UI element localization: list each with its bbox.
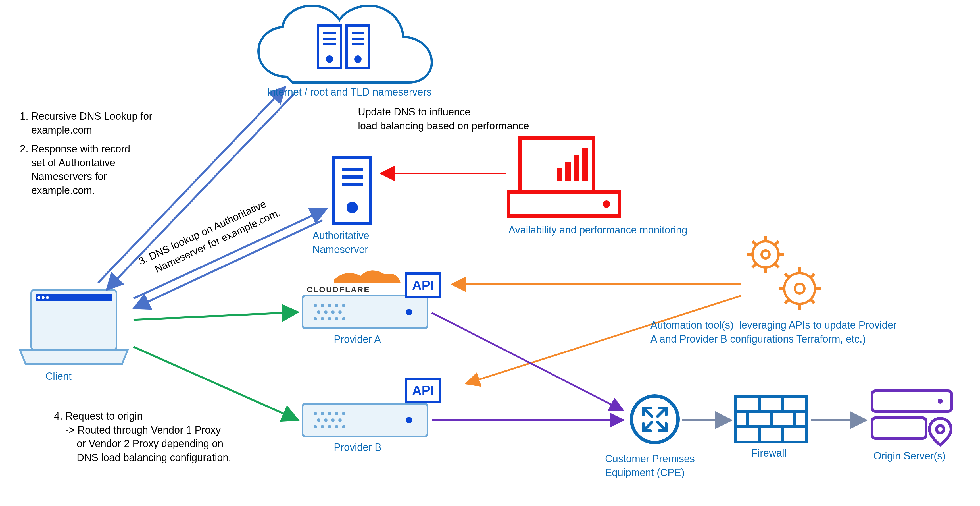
svg-point-33 bbox=[317, 310, 320, 314]
automation-label: Automation tool(s) leveraging APIs to up… bbox=[651, 318, 896, 346]
step1-text: 1. Recursive DNS Lookup for example.com bbox=[20, 109, 152, 137]
svg-rect-7 bbox=[352, 38, 364, 40]
svg-rect-25 bbox=[509, 192, 619, 216]
svg-rect-22 bbox=[565, 162, 571, 180]
svg-rect-24 bbox=[582, 148, 588, 180]
monitor-label: Availability and performance monitoring bbox=[509, 223, 687, 237]
svg-point-49 bbox=[317, 418, 320, 422]
firewall-label: Firewall bbox=[751, 446, 787, 460]
svg-line-107 bbox=[432, 313, 624, 411]
svg-rect-21 bbox=[557, 168, 562, 180]
svg-point-26 bbox=[603, 200, 610, 208]
svg-point-32 bbox=[342, 304, 345, 307]
svg-point-45 bbox=[321, 412, 324, 415]
provider-b-label: Provider B bbox=[334, 441, 382, 455]
svg-rect-2 bbox=[323, 38, 336, 40]
api-b-badge: API bbox=[405, 378, 441, 403]
svg-point-30 bbox=[328, 304, 331, 307]
cpe-label: Customer Premises Equipment (CPE) bbox=[605, 452, 695, 480]
svg-rect-96 bbox=[872, 418, 926, 438]
client-label: Client bbox=[45, 370, 72, 383]
step4-text: 4. Request to origin -> Routed through V… bbox=[54, 409, 231, 464]
client-icon bbox=[20, 290, 128, 364]
svg-point-52 bbox=[338, 418, 342, 422]
svg-point-35 bbox=[331, 310, 335, 314]
svg-point-41 bbox=[342, 317, 345, 320]
svg-line-65 bbox=[775, 241, 779, 245]
svg-rect-15 bbox=[334, 158, 371, 223]
svg-line-76 bbox=[785, 274, 789, 278]
svg-point-46 bbox=[328, 412, 331, 415]
svg-point-79 bbox=[632, 396, 678, 443]
svg-rect-16 bbox=[342, 168, 363, 171]
svg-point-53 bbox=[313, 425, 317, 428]
authns-label: Authoritative Nameserver bbox=[312, 229, 369, 256]
svg-point-9 bbox=[354, 56, 362, 63]
svg-point-47 bbox=[335, 412, 338, 415]
diagram-stage: { "nodes": { "cloud": {"label":"Internet… bbox=[0, 0, 980, 506]
svg-line-67 bbox=[775, 263, 779, 268]
gears-icon bbox=[747, 236, 821, 310]
svg-line-68 bbox=[752, 263, 756, 268]
svg-point-29 bbox=[321, 304, 324, 307]
svg-point-13 bbox=[42, 296, 45, 299]
svg-point-40 bbox=[335, 317, 338, 320]
svg-point-19 bbox=[347, 202, 358, 213]
svg-point-31 bbox=[335, 304, 338, 307]
svg-point-38 bbox=[321, 317, 324, 320]
cloudflare-badge: CLOUDFLARE bbox=[307, 284, 370, 295]
svg-line-102 bbox=[134, 312, 298, 320]
svg-point-44 bbox=[313, 412, 317, 415]
origin-icon bbox=[872, 391, 951, 445]
svg-point-57 bbox=[342, 425, 345, 428]
svg-point-97 bbox=[937, 426, 944, 433]
monitor-icon bbox=[509, 138, 619, 216]
cloud-icon bbox=[258, 6, 432, 83]
svg-point-70 bbox=[795, 284, 805, 294]
svg-point-48 bbox=[342, 412, 345, 415]
auth-ns-icon bbox=[334, 158, 371, 223]
svg-rect-6 bbox=[352, 32, 364, 34]
svg-point-56 bbox=[335, 425, 338, 428]
svg-point-95 bbox=[938, 399, 943, 404]
svg-point-14 bbox=[46, 296, 49, 299]
svg-line-66 bbox=[752, 241, 756, 245]
svg-line-78 bbox=[785, 299, 789, 303]
svg-point-60 bbox=[762, 251, 770, 259]
svg-point-36 bbox=[338, 310, 342, 314]
svg-rect-8 bbox=[352, 43, 364, 45]
svg-point-51 bbox=[331, 418, 335, 422]
svg-point-28 bbox=[313, 304, 317, 307]
api-a-badge: API bbox=[405, 272, 441, 298]
svg-rect-23 bbox=[574, 155, 579, 180]
svg-point-39 bbox=[328, 317, 331, 320]
svg-line-75 bbox=[810, 274, 815, 278]
svg-line-77 bbox=[810, 299, 815, 303]
svg-point-55 bbox=[328, 425, 331, 428]
cpe-icon bbox=[632, 396, 678, 443]
svg-rect-18 bbox=[342, 183, 363, 187]
step2-text: 2. Response with record set of Authorita… bbox=[20, 142, 130, 197]
cloud-label: Internet / root and TLD nameservers bbox=[267, 85, 432, 99]
provider-a-label: Provider A bbox=[334, 333, 381, 346]
update-dns-text: Update DNS to influence load balancing b… bbox=[358, 105, 529, 133]
svg-point-37 bbox=[313, 317, 317, 320]
provider-b-icon bbox=[302, 404, 428, 436]
svg-point-34 bbox=[324, 310, 328, 314]
svg-rect-1 bbox=[323, 32, 336, 34]
svg-point-58 bbox=[406, 417, 412, 423]
svg-point-42 bbox=[406, 309, 412, 315]
svg-point-4 bbox=[326, 56, 333, 63]
svg-point-50 bbox=[324, 418, 328, 422]
svg-point-12 bbox=[38, 296, 40, 299]
firewall-icon bbox=[736, 397, 807, 442]
svg-rect-17 bbox=[342, 176, 363, 179]
svg-point-69 bbox=[784, 273, 815, 304]
origin-label: Origin Server(s) bbox=[873, 449, 946, 463]
svg-point-54 bbox=[321, 425, 324, 428]
svg-rect-3 bbox=[323, 43, 336, 45]
